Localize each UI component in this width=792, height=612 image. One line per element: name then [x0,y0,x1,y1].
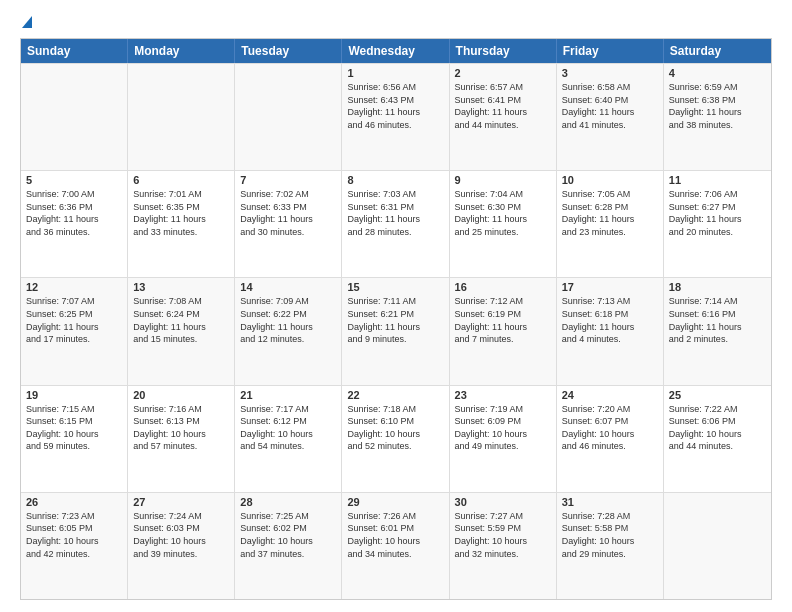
cell-week4-day5: 23Sunrise: 7:19 AM Sunset: 6:09 PM Dayli… [450,386,557,492]
cell-week3-day7: 18Sunrise: 7:14 AM Sunset: 6:16 PM Dayli… [664,278,771,384]
day-detail: Sunrise: 7:07 AM Sunset: 6:25 PM Dayligh… [26,295,122,345]
calendar-week-2: 5Sunrise: 7:00 AM Sunset: 6:36 PM Daylig… [21,170,771,277]
cell-week5-day5: 30Sunrise: 7:27 AM Sunset: 5:59 PM Dayli… [450,493,557,599]
day-number: 13 [133,281,229,293]
header-day-friday: Friday [557,39,664,63]
day-number: 29 [347,496,443,508]
day-number: 3 [562,67,658,79]
cell-week2-day6: 10Sunrise: 7:05 AM Sunset: 6:28 PM Dayli… [557,171,664,277]
day-number: 18 [669,281,766,293]
logo-triangle-icon [22,16,32,28]
cell-week2-day7: 11Sunrise: 7:06 AM Sunset: 6:27 PM Dayli… [664,171,771,277]
day-number: 2 [455,67,551,79]
cell-week2-day1: 5Sunrise: 7:00 AM Sunset: 6:36 PM Daylig… [21,171,128,277]
day-detail: Sunrise: 7:09 AM Sunset: 6:22 PM Dayligh… [240,295,336,345]
cell-week2-day4: 8Sunrise: 7:03 AM Sunset: 6:31 PM Daylig… [342,171,449,277]
day-detail: Sunrise: 7:02 AM Sunset: 6:33 PM Dayligh… [240,188,336,238]
calendar-week-3: 12Sunrise: 7:07 AM Sunset: 6:25 PM Dayli… [21,277,771,384]
day-detail: Sunrise: 7:26 AM Sunset: 6:01 PM Dayligh… [347,510,443,560]
day-number: 9 [455,174,551,186]
day-detail: Sunrise: 6:57 AM Sunset: 6:41 PM Dayligh… [455,81,551,131]
cell-week3-day5: 16Sunrise: 7:12 AM Sunset: 6:19 PM Dayli… [450,278,557,384]
cell-week3-day4: 15Sunrise: 7:11 AM Sunset: 6:21 PM Dayli… [342,278,449,384]
cell-week4-day3: 21Sunrise: 7:17 AM Sunset: 6:12 PM Dayli… [235,386,342,492]
header-day-sunday: Sunday [21,39,128,63]
calendar: SundayMondayTuesdayWednesdayThursdayFrid… [20,38,772,600]
logo [20,16,32,28]
cell-week4-day4: 22Sunrise: 7:18 AM Sunset: 6:10 PM Dayli… [342,386,449,492]
cell-week4-day1: 19Sunrise: 7:15 AM Sunset: 6:15 PM Dayli… [21,386,128,492]
cell-week5-day7 [664,493,771,599]
day-detail: Sunrise: 7:28 AM Sunset: 5:58 PM Dayligh… [562,510,658,560]
day-number: 30 [455,496,551,508]
day-detail: Sunrise: 7:24 AM Sunset: 6:03 PM Dayligh… [133,510,229,560]
day-detail: Sunrise: 7:06 AM Sunset: 6:27 PM Dayligh… [669,188,766,238]
day-number: 19 [26,389,122,401]
day-detail: Sunrise: 7:00 AM Sunset: 6:36 PM Dayligh… [26,188,122,238]
day-detail: Sunrise: 7:20 AM Sunset: 6:07 PM Dayligh… [562,403,658,453]
day-number: 15 [347,281,443,293]
day-detail: Sunrise: 7:27 AM Sunset: 5:59 PM Dayligh… [455,510,551,560]
cell-week1-day5: 2Sunrise: 6:57 AM Sunset: 6:41 PM Daylig… [450,64,557,170]
day-number: 26 [26,496,122,508]
day-detail: Sunrise: 6:59 AM Sunset: 6:38 PM Dayligh… [669,81,766,131]
cell-week1-day1 [21,64,128,170]
day-detail: Sunrise: 7:14 AM Sunset: 6:16 PM Dayligh… [669,295,766,345]
cell-week5-day1: 26Sunrise: 7:23 AM Sunset: 6:05 PM Dayli… [21,493,128,599]
cell-week1-day3 [235,64,342,170]
page: SundayMondayTuesdayWednesdayThursdayFrid… [0,0,792,612]
calendar-week-5: 26Sunrise: 7:23 AM Sunset: 6:05 PM Dayli… [21,492,771,599]
day-number: 11 [669,174,766,186]
day-number: 31 [562,496,658,508]
day-number: 25 [669,389,766,401]
day-number: 5 [26,174,122,186]
day-number: 4 [669,67,766,79]
day-detail: Sunrise: 7:23 AM Sunset: 6:05 PM Dayligh… [26,510,122,560]
day-number: 6 [133,174,229,186]
calendar-week-1: 1Sunrise: 6:56 AM Sunset: 6:43 PM Daylig… [21,63,771,170]
day-number: 28 [240,496,336,508]
day-detail: Sunrise: 7:16 AM Sunset: 6:13 PM Dayligh… [133,403,229,453]
header-day-wednesday: Wednesday [342,39,449,63]
cell-week5-day4: 29Sunrise: 7:26 AM Sunset: 6:01 PM Dayli… [342,493,449,599]
day-number: 16 [455,281,551,293]
day-number: 24 [562,389,658,401]
cell-week5-day6: 31Sunrise: 7:28 AM Sunset: 5:58 PM Dayli… [557,493,664,599]
cell-week3-day1: 12Sunrise: 7:07 AM Sunset: 6:25 PM Dayli… [21,278,128,384]
cell-week4-day7: 25Sunrise: 7:22 AM Sunset: 6:06 PM Dayli… [664,386,771,492]
day-detail: Sunrise: 7:19 AM Sunset: 6:09 PM Dayligh… [455,403,551,453]
day-number: 8 [347,174,443,186]
day-detail: Sunrise: 6:56 AM Sunset: 6:43 PM Dayligh… [347,81,443,131]
cell-week1-day6: 3Sunrise: 6:58 AM Sunset: 6:40 PM Daylig… [557,64,664,170]
cell-week2-day5: 9Sunrise: 7:04 AM Sunset: 6:30 PM Daylig… [450,171,557,277]
day-detail: Sunrise: 7:13 AM Sunset: 6:18 PM Dayligh… [562,295,658,345]
day-detail: Sunrise: 6:58 AM Sunset: 6:40 PM Dayligh… [562,81,658,131]
day-detail: Sunrise: 7:15 AM Sunset: 6:15 PM Dayligh… [26,403,122,453]
calendar-week-4: 19Sunrise: 7:15 AM Sunset: 6:15 PM Dayli… [21,385,771,492]
cell-week2-day2: 6Sunrise: 7:01 AM Sunset: 6:35 PM Daylig… [128,171,235,277]
calendar-body: 1Sunrise: 6:56 AM Sunset: 6:43 PM Daylig… [21,63,771,599]
cell-week2-day3: 7Sunrise: 7:02 AM Sunset: 6:33 PM Daylig… [235,171,342,277]
day-number: 12 [26,281,122,293]
header-day-thursday: Thursday [450,39,557,63]
day-detail: Sunrise: 7:17 AM Sunset: 6:12 PM Dayligh… [240,403,336,453]
day-detail: Sunrise: 7:04 AM Sunset: 6:30 PM Dayligh… [455,188,551,238]
header-day-monday: Monday [128,39,235,63]
header [20,16,772,28]
day-number: 17 [562,281,658,293]
cell-week3-day3: 14Sunrise: 7:09 AM Sunset: 6:22 PM Dayli… [235,278,342,384]
day-detail: Sunrise: 7:03 AM Sunset: 6:31 PM Dayligh… [347,188,443,238]
day-number: 7 [240,174,336,186]
day-detail: Sunrise: 7:12 AM Sunset: 6:19 PM Dayligh… [455,295,551,345]
day-number: 10 [562,174,658,186]
day-number: 23 [455,389,551,401]
cell-week4-day2: 20Sunrise: 7:16 AM Sunset: 6:13 PM Dayli… [128,386,235,492]
cell-week1-day4: 1Sunrise: 6:56 AM Sunset: 6:43 PM Daylig… [342,64,449,170]
day-detail: Sunrise: 7:18 AM Sunset: 6:10 PM Dayligh… [347,403,443,453]
day-number: 14 [240,281,336,293]
day-detail: Sunrise: 7:11 AM Sunset: 6:21 PM Dayligh… [347,295,443,345]
day-detail: Sunrise: 7:05 AM Sunset: 6:28 PM Dayligh… [562,188,658,238]
calendar-header-row: SundayMondayTuesdayWednesdayThursdayFrid… [21,39,771,63]
header-day-tuesday: Tuesday [235,39,342,63]
day-number: 20 [133,389,229,401]
